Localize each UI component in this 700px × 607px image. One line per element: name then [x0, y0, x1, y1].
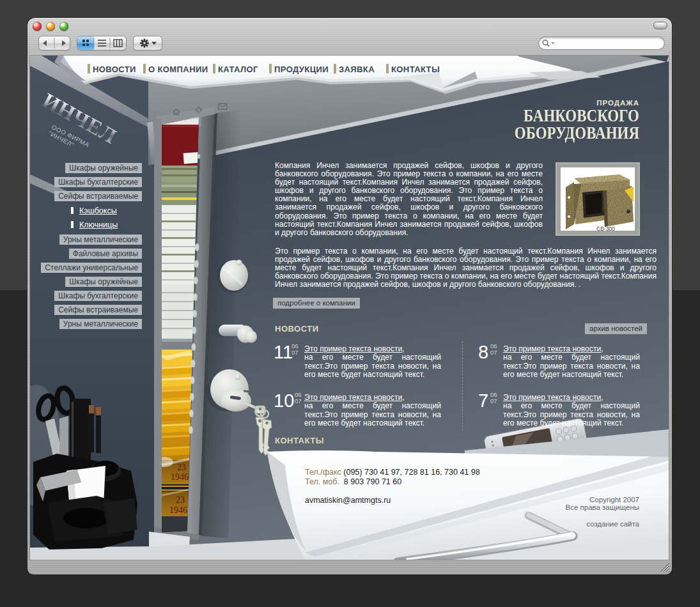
svg-text:23: 23 [177, 463, 186, 472]
svg-text:23: 23 [176, 495, 185, 505]
svg-text:CB-300: CB-300 [596, 226, 615, 232]
svg-text:1946: 1946 [169, 505, 187, 515]
svg-text:1946: 1946 [171, 472, 189, 482]
